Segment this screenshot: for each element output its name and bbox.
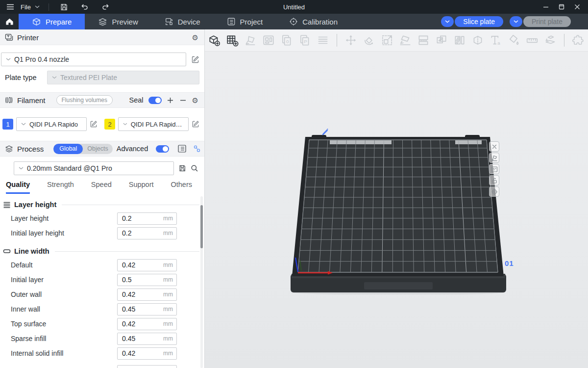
parameter-list-icon[interactable] — [178, 145, 186, 153]
filament-1-dropdown[interactable]: QIDI PLA Rapido — [16, 117, 87, 131]
cut-icon[interactable] — [417, 34, 430, 47]
edit-filament-1-icon[interactable] — [90, 120, 98, 128]
setting-row: Initial layer mm — [0, 272, 204, 287]
mesh-boolean-icon[interactable] — [435, 34, 448, 47]
process-tab-support[interactable]: Support — [129, 181, 154, 194]
tab-calibration[interactable]: Calibration — [276, 14, 351, 29]
svg-text:0: 0 — [286, 39, 289, 44]
arrange-plate-icon[interactable] — [489, 164, 499, 174]
file-menu[interactable]: File — [21, 3, 31, 11]
slice-plate-button[interactable]: Slice plate — [455, 16, 503, 27]
setting-unit: mm — [163, 291, 173, 298]
hamburger-menu-icon[interactable] — [4, 0, 17, 13]
arrange-icon[interactable] — [262, 34, 275, 47]
process-preset-dropdown[interactable]: 0.20mm Standard @Q1 Pro — [14, 161, 174, 175]
tab-prepare[interactable]: Prepare — [19, 14, 85, 29]
parameter-filter-icon[interactable] — [193, 145, 201, 153]
filament-settings-gear-icon[interactable]: ⚙ — [192, 97, 198, 104]
process-tab-strength[interactable]: Strength — [47, 181, 74, 194]
rotate-icon[interactable] — [363, 34, 375, 47]
viewport-3d[interactable]: 0Pa 01 — [205, 29, 588, 368]
filament-1-badge[interactable]: 1 — [2, 119, 13, 130]
scale-icon[interactable] — [381, 34, 393, 47]
seal-toggle[interactable] — [148, 97, 162, 104]
file-menu-chevron-icon[interactable] — [35, 5, 40, 8]
delete-all-icon[interactable] — [489, 141, 499, 152]
plate-name-edit-icon[interactable] — [321, 128, 329, 135]
setting-label: Initial layer — [11, 276, 44, 284]
advanced-toggle[interactable] — [156, 145, 169, 153]
copy-icon[interactable]: 0 — [280, 34, 293, 47]
search-preset-icon[interactable] — [191, 164, 198, 172]
plate-surface[interactable] — [298, 140, 498, 272]
auto-orient-icon[interactable] — [244, 34, 257, 47]
move-icon[interactable] — [344, 34, 357, 47]
plate-type-dropdown[interactable]: Textured PEI Plate — [47, 71, 199, 84]
edit-printer-icon[interactable] — [191, 55, 199, 64]
scope-option-objects[interactable]: Objects — [83, 144, 112, 154]
text-shape-icon[interactable]: a — [490, 34, 502, 47]
split-icon[interactable] — [471, 34, 484, 47]
home-button[interactable] — [0, 14, 19, 29]
plate-settings-icon[interactable] — [489, 186, 499, 197]
redo-icon[interactable] — [99, 0, 112, 13]
filament-2-badge[interactable]: 2 — [104, 119, 115, 130]
slice-options-chevron[interactable] — [441, 16, 454, 27]
flushing-volumes-button[interactable]: Flushing volumes — [56, 95, 113, 105]
toolbar-divider — [337, 34, 337, 47]
remove-filament-icon[interactable] — [179, 96, 187, 104]
settings-panel: Printer ⚙ Q1 Pro 0.4 nozzle Plate type T… — [0, 29, 205, 368]
setting-row: Inner wall mm — [0, 302, 204, 316]
print-plate-button[interactable]: Print plate — [523, 16, 571, 27]
settings-group: Layer height Layer height mm Initial lay… — [0, 201, 204, 240]
close-button[interactable] — [569, 0, 585, 14]
printer-settings-gear-icon[interactable]: ⚙ — [192, 34, 198, 41]
printer-section-label: Printer — [17, 33, 39, 42]
setting-label: Internal solid infill — [11, 349, 63, 357]
process-tab-quality[interactable]: Quality — [6, 181, 30, 194]
lock-plate-icon[interactable] — [489, 175, 499, 185]
edit-filament-2-icon[interactable] — [192, 120, 199, 128]
process-tab-others[interactable]: Others — [171, 181, 192, 194]
build-plate[interactable] — [290, 132, 510, 294]
plugin-icon[interactable] — [572, 34, 585, 47]
setting-row: Internal solid infill mm — [0, 346, 204, 361]
process-tab-speed[interactable]: Speed — [91, 181, 112, 194]
lay-on-face-icon[interactable] — [399, 34, 412, 47]
tab-project[interactable]: Project — [214, 14, 276, 29]
color-painting-icon[interactable] — [508, 34, 520, 47]
filament-2-dropdown[interactable]: QIDI PLA Rapido M... — [118, 117, 189, 131]
scope-option-global[interactable]: Global — [53, 144, 83, 154]
setting-row: Sparse infill mm — [0, 331, 204, 346]
process-section-label: Process — [17, 145, 44, 153]
auto-orient-plate-icon[interactable] — [489, 153, 499, 163]
tab-device[interactable]: Device — [151, 14, 214, 29]
setting-input[interactable] — [117, 365, 177, 368]
tab-preview[interactable]: Preview — [85, 14, 151, 29]
print-split-button: Print plate — [510, 16, 571, 27]
add-object-icon[interactable] — [208, 34, 220, 47]
minimize-button[interactable] — [538, 0, 554, 14]
chevron-down-icon — [19, 167, 24, 170]
measure-icon[interactable] — [526, 34, 539, 47]
plate-type-label: Plate type — [5, 74, 47, 81]
add-plate-icon[interactable] — [226, 34, 239, 47]
canvas-3d[interactable]: 01 — [205, 52, 588, 368]
printer-preset-dropdown[interactable]: Q1 Pro 0.4 nozzle — [1, 53, 186, 66]
assembly-view-icon[interactable] — [317, 34, 329, 47]
print-options-chevron[interactable] — [510, 16, 522, 27]
save-preset-icon[interactable] — [178, 164, 186, 172]
undo-icon[interactable] — [78, 0, 91, 13]
process-icon — [5, 145, 13, 153]
save-icon[interactable] — [58, 0, 71, 13]
variable-layer-height-icon[interactable] — [453, 34, 466, 47]
add-filament-icon[interactable] — [167, 96, 174, 104]
setting-unit: mm — [163, 276, 173, 283]
paste-icon[interactable]: P — [298, 34, 311, 47]
plate-number: 01 — [505, 259, 514, 267]
panel-scrollbar-thumb[interactable] — [200, 205, 203, 248]
maximize-button[interactable] — [554, 0, 569, 14]
setting-unit: mm — [163, 350, 173, 357]
titlebar: File Untitled — [0, 0, 588, 14]
assembly-icon[interactable] — [544, 34, 557, 47]
